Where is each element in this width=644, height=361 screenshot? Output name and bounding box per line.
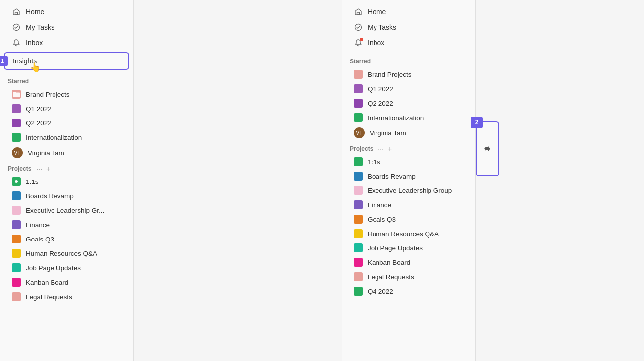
nav-inbox-label-right: Inbox: [368, 39, 384, 47]
nav-home-left[interactable]: Home: [4, 4, 129, 19]
folder-hr-icon-left: [12, 249, 21, 258]
projects-actions-right: ··· +: [377, 145, 393, 152]
project-legal-label-left: Legal Requests: [26, 293, 72, 301]
starred-virginia-label-left: Virginia Tam: [28, 149, 64, 157]
project-q4-right[interactable]: Q4 2022: [346, 284, 471, 298]
project-kanban-label-right: Kanban Board: [368, 259, 410, 266]
starred-label-right: Starred: [342, 54, 475, 67]
project-finance-right[interactable]: Finance: [346, 198, 471, 212]
folder-q2-icon-right: [354, 99, 363, 108]
projects-add-btn-left[interactable]: +: [45, 165, 51, 172]
folder-intl-icon-left: [12, 133, 21, 142]
project-goals-label-left: Goals Q3: [26, 236, 54, 243]
folder-exec-icon-right: [354, 186, 363, 195]
starred-q1-2022-left[interactable]: Q1 2022: [4, 102, 129, 116]
project-kanban-left[interactable]: Kanban Board: [4, 275, 129, 289]
nav-insights-left[interactable]: 1 Insights 👆: [4, 52, 129, 70]
project-hr-label-right: Human Resources Q&A: [368, 230, 439, 238]
folder-1-1s-icon-right: [354, 157, 363, 166]
svg-rect-0: [15, 12, 18, 15]
right-sidebar: Home My Tasks Inbox Starred Brand Projec…: [342, 0, 476, 361]
starred-internationalization-left[interactable]: Internationalization: [4, 130, 129, 144]
svg-point-2: [15, 180, 18, 183]
projects-label-right: Projects: [350, 145, 373, 152]
badge-1-left: 1: [0, 56, 8, 66]
starred-q1-label-left: Q1 2022: [26, 105, 52, 113]
projects-more-btn-left[interactable]: ···: [35, 165, 43, 172]
main-content-area: [499, 0, 644, 361]
folder-job-icon-left: [12, 263, 21, 272]
project-boards-label-right: Boards Revamp: [368, 173, 416, 180]
project-boards-label-left: Boards Revamp: [26, 192, 74, 200]
nav-home-label-right: Home: [368, 8, 386, 16]
starred-virginia-right[interactable]: VT Virginia Tam: [346, 125, 471, 141]
avatar-virginia-left: VT: [12, 147, 23, 158]
project-kanban-right[interactable]: Kanban Board: [346, 255, 471, 269]
projects-header-right: Projects ··· +: [342, 141, 475, 154]
project-finance-label-right: Finance: [368, 201, 391, 209]
project-legal-right[interactable]: Legal Requests: [346, 270, 471, 284]
nav-inbox-right[interactable]: Inbox: [346, 35, 471, 50]
starred-intl-label-right: Internationalization: [368, 114, 424, 121]
svg-rect-3: [357, 12, 360, 15]
project-goals-label-right: Goals Q3: [368, 216, 396, 223]
starred-q2-label-left: Q2 2022: [26, 120, 52, 127]
starred-q1-label-right: Q1 2022: [368, 85, 393, 93]
nav-home-right[interactable]: Home: [346, 4, 471, 19]
home-icon: [12, 7, 21, 16]
project-1-1s-left[interactable]: 1:1s: [4, 175, 129, 188]
project-executive-left[interactable]: Executive Leadership Gr...: [4, 203, 129, 217]
project-executive-label-left: Executive Leadership Gr...: [26, 207, 104, 214]
project-1-1s-right[interactable]: 1:1s: [346, 155, 471, 169]
project-hr-right[interactable]: Human Resources Q&A: [346, 227, 471, 241]
starred-q2-2022-left[interactable]: Q2 2022: [4, 116, 129, 130]
project-hr-label-left: Human Resources Q&A: [26, 250, 97, 257]
project-finance-left[interactable]: Finance: [4, 218, 129, 232]
folder-legal-icon-left: [12, 292, 21, 301]
avatar-virginia-right: VT: [354, 127, 365, 138]
nav-my-tasks-label-right: My Tasks: [368, 23, 396, 31]
project-legal-label-right: Legal Requests: [368, 273, 414, 281]
project-job-label-right: Job Page Updates: [368, 244, 423, 252]
starred-virginia-tam-left[interactable]: VT Virginia Tam: [4, 145, 129, 161]
project-boards-right[interactable]: Boards Revamp: [346, 169, 471, 183]
nav-my-tasks-left[interactable]: My Tasks: [4, 20, 129, 35]
starred-brand-projects-left[interactable]: Brand Projects: [4, 87, 129, 101]
project-job-page-left[interactable]: Job Page Updates: [4, 261, 129, 275]
nav-insights-label-left: Insights: [13, 57, 37, 65]
folder-finance-icon-right: [354, 200, 363, 209]
nav-home-label-left: Home: [26, 8, 44, 16]
starred-brand-projects-right[interactable]: Brand Projects: [346, 67, 471, 81]
project-1-1s-label-right: 1:1s: [368, 158, 380, 166]
move-icon: [482, 143, 493, 155]
folder-job-icon-right: [354, 243, 363, 252]
projects-add-btn-right[interactable]: +: [387, 145, 393, 152]
starred-q1-right[interactable]: Q1 2022: [346, 82, 471, 96]
folder-q4-icon-right: [354, 287, 363, 296]
folder-1-1s-icon-left: [12, 177, 21, 186]
project-1-1s-label-left: 1:1s: [26, 178, 39, 185]
project-hr-qa-left[interactable]: Human Resources Q&A: [4, 246, 129, 260]
starred-intl-right[interactable]: Internationalization: [346, 111, 471, 124]
folder-q1-icon-right: [354, 84, 363, 93]
project-legal-left[interactable]: Legal Requests: [4, 290, 129, 303]
inbox-notification-dot-right: [360, 38, 363, 41]
center-spacer: [134, 0, 342, 361]
project-job-label-left: Job Page Updates: [26, 264, 81, 272]
left-sidebar: Home My Tasks Inbox 1 Insights 👆 Starred: [0, 0, 134, 361]
folder-boards-icon-right: [354, 172, 363, 180]
project-boards-revamp-left[interactable]: Boards Revamp: [4, 189, 129, 203]
nav-inbox-left[interactable]: Inbox: [4, 35, 129, 50]
project-kanban-label-left: Kanban Board: [26, 279, 68, 286]
folder-finance-icon-left: [12, 220, 21, 229]
projects-more-btn-right[interactable]: ···: [377, 145, 385, 152]
starred-q2-right[interactable]: Q2 2022: [346, 96, 471, 110]
resize-handle[interactable]: 2: [476, 121, 499, 176]
folder-q1-icon-left: [12, 104, 21, 113]
nav-my-tasks-right[interactable]: My Tasks: [346, 20, 471, 35]
project-executive-label-right: Executive Leadership Group: [368, 187, 452, 194]
project-goals-right[interactable]: Goals Q3: [346, 212, 471, 226]
project-executive-right[interactable]: Executive Leadership Group: [346, 183, 471, 197]
project-job-page-right[interactable]: Job Page Updates: [346, 241, 471, 255]
project-goals-left[interactable]: Goals Q3: [4, 232, 129, 246]
